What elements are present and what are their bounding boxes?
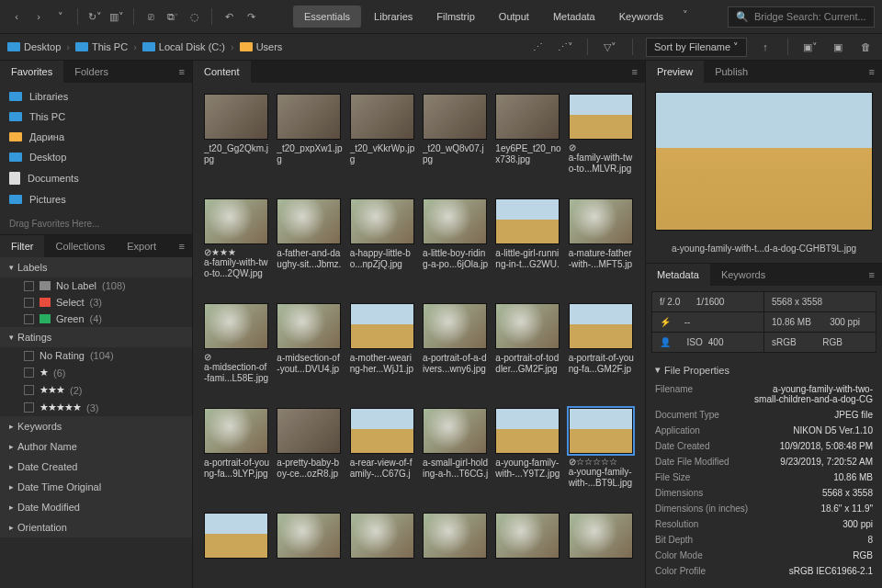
rotate-cw-button[interactable]: ↷ (242, 7, 260, 26)
search-input[interactable]: 🔍 Bridge Search: Current... (728, 6, 875, 28)
thumbnail-image[interactable] (423, 513, 487, 559)
checkbox[interactable] (24, 368, 34, 378)
thumbnail-image[interactable] (277, 513, 341, 559)
thumbnail-image[interactable] (423, 94, 487, 140)
thumbnail-image[interactable] (423, 303, 487, 349)
thumbnail[interactable]: a-little-boy-riding-a-po...6jOla.jpg (423, 198, 488, 294)
panel-menu-button[interactable]: ≡ (862, 264, 882, 286)
thumbnail[interactable]: a-portrait-of-young-fa...9LYP.jpg (204, 408, 269, 503)
thumbnail[interactable]: a-portrait-of-a-divers...wny6.jpg (423, 303, 488, 399)
rotate-ccw-button[interactable]: ↶ (220, 7, 238, 26)
thumbnail-image[interactable] (350, 408, 414, 454)
tab-content[interactable]: Content (193, 61, 251, 83)
panel-menu-button[interactable]: ≡ (172, 61, 192, 83)
batch-rename-button[interactable]: ⧉˅ (164, 7, 182, 26)
tab-filter[interactable]: Filter (0, 235, 44, 257)
thumbnail[interactable] (350, 513, 415, 577)
panel-menu-button[interactable]: ≡ (862, 61, 882, 83)
recent-folders-button[interactable]: ▥˅ (107, 7, 126, 26)
recent-files-button[interactable]: ↻˅ (85, 7, 104, 26)
filter-group-orientation[interactable]: ▸Orientation (0, 517, 192, 537)
ws-tab-metadata[interactable]: Metadata (542, 6, 606, 28)
ws-tab-output[interactable]: Output (488, 6, 540, 28)
checkbox[interactable] (24, 385, 34, 395)
thumbnail-image[interactable] (204, 198, 268, 244)
thumbnail[interactable]: _t20_wQ8v07.jpg (423, 94, 488, 189)
thumbnail-image[interactable] (204, 303, 268, 349)
thumbnail[interactable]: a-mature-father-with-...MFT5.jpg (569, 198, 634, 294)
delete-button[interactable]: 🗑 (856, 38, 875, 56)
sort-order-button[interactable]: ↑ (756, 38, 775, 56)
filter-rating-button[interactable]: ▽˅ (601, 38, 619, 56)
checkbox[interactable] (24, 281, 34, 291)
thumbnail[interactable]: a-young-family-with-...Y9TZ.jpg (495, 408, 560, 503)
nav-forward-button[interactable]: › (29, 7, 48, 26)
fileprops-header[interactable]: ▾File Properties (646, 358, 882, 381)
thumbnail[interactable]: a-portrait-of-young-fa...GM2F.jpg (569, 303, 634, 399)
thumbnail[interactable]: a-small-girl-holding-a-h...T6CG.jpg (423, 408, 488, 503)
ws-overflow-button[interactable]: ˅ (676, 6, 695, 24)
thumbnail[interactable]: _t20_pxpXw1.jpg (277, 94, 342, 189)
filter-item[interactable]: ★★★(2) (0, 381, 192, 399)
thumbnail[interactable]: _t20_Gg2Qkm.jpg (204, 94, 269, 189)
fav-user-folder[interactable]: Дарина (0, 127, 192, 147)
filter-group-date-modified[interactable]: ▸Date Modified (0, 497, 192, 517)
thumbnail[interactable]: ⊘a-midsection-of-fami...L58E.jpg (204, 303, 269, 399)
thumbnail-image[interactable] (495, 408, 560, 454)
ws-tab-filmstrip[interactable]: Filmstrip (425, 6, 486, 28)
filter-item[interactable]: ★(6) (0, 364, 192, 381)
filter-item[interactable]: Select(3) (0, 294, 192, 311)
thumbnail[interactable] (423, 513, 488, 577)
thumbnail-image[interactable] (423, 408, 487, 454)
sort-dropdown[interactable]: Sort by Filename˅ (646, 38, 747, 57)
nav-up-button[interactable]: ˅ (51, 7, 70, 26)
path-users[interactable]: Users (240, 41, 283, 52)
thumbnail[interactable]: a-rear-view-of-family-...C67G.jpg (350, 408, 415, 503)
tab-export[interactable]: Export (116, 235, 167, 257)
path-thispc[interactable]: This PC (75, 41, 128, 52)
filter-group-author-name[interactable]: ▸Author Name (0, 436, 192, 457)
thumbnail-image[interactable] (569, 198, 633, 244)
thumbnail-image[interactable] (569, 513, 633, 559)
path-desktop[interactable]: Desktop (7, 41, 61, 52)
fav-libraries[interactable]: Libraries (0, 86, 192, 107)
thumbnail[interactable]: ⊘★★★a-family-with-two-to...2QW.jpg (204, 198, 269, 294)
thumb-quality-menu[interactable]: ⋰˅ (556, 38, 574, 56)
checkbox[interactable] (24, 314, 34, 324)
thumbnail[interactable]: ⊘☆☆☆☆☆a-young-family-with-...BT9L.jpg (569, 408, 634, 503)
filter-item[interactable]: No Rating(104) (0, 347, 192, 364)
checkbox[interactable] (24, 402, 34, 413)
filter-group-ratings[interactable]: ▾Ratings (0, 327, 192, 347)
thumbnail-image[interactable] (350, 303, 414, 349)
thumbnail[interactable]: a-father-and-daughy-sit...Jbmz.jpg (277, 198, 342, 294)
thumbnail-image[interactable] (277, 94, 341, 140)
thumbnail-image[interactable] (495, 94, 560, 140)
thumbnail[interactable]: _t20_vKkrWp.jpg (350, 94, 415, 189)
checkbox[interactable] (24, 298, 34, 308)
thumbnail-image[interactable] (569, 303, 633, 349)
thumbnail-image[interactable] (204, 513, 268, 559)
filter-group-date-time-original[interactable]: ▸Date Time Original (0, 477, 192, 497)
thumb-quality-button[interactable]: ⋰ (528, 38, 547, 56)
tab-folders[interactable]: Folders (63, 61, 119, 83)
thumbnail[interactable]: a-pretty-baby-boy-ce...ozR8.jpg (277, 408, 342, 503)
thumbnail-image[interactable] (495, 303, 560, 349)
thumbnail[interactable]: a-mother-wearing-her...WjJ1.jpg (350, 303, 415, 399)
preview-image[interactable] (655, 92, 873, 231)
thumbnail-image[interactable] (277, 303, 341, 349)
thumbnail[interactable]: a-portrait-of-toddler...GM2F.jpg (495, 303, 560, 399)
ws-tab-libraries[interactable]: Libraries (363, 6, 424, 28)
tab-publish[interactable]: Publish (704, 61, 759, 83)
thumbnail[interactable] (569, 513, 634, 577)
thumbnail-image[interactable] (350, 198, 414, 244)
fav-documents[interactable]: Documents (0, 167, 192, 189)
thumbnail-image[interactable] (495, 198, 560, 244)
filter-group-labels[interactable]: ▾Labels (0, 257, 192, 277)
filter-item[interactable]: No Label(108) (0, 277, 192, 294)
filter-group-keywords[interactable]: ▸Keywords (0, 416, 192, 436)
tab-preview[interactable]: Preview (646, 61, 704, 83)
filter-group-date-created[interactable]: ▸Date Created (0, 457, 192, 477)
checkbox[interactable] (24, 351, 34, 361)
panel-menu-button[interactable]: ≡ (172, 235, 192, 257)
thumbnail-image[interactable] (277, 408, 341, 454)
